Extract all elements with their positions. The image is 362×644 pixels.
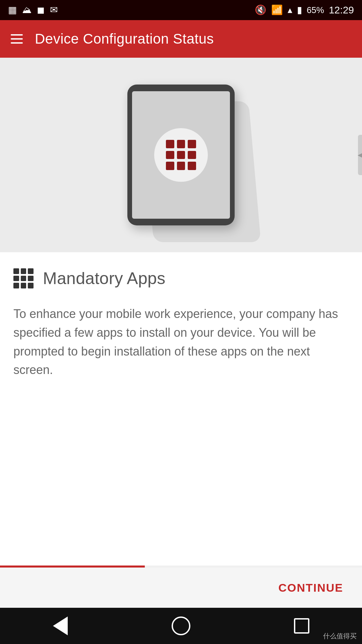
gmail-icon: ✉ <box>50 5 58 15</box>
hero-area: ◀ <box>0 58 362 252</box>
section-body-text: To enhance your mobile work experience, … <box>13 305 349 379</box>
apps-grid-icon <box>13 268 34 288</box>
back-button[interactable] <box>47 612 74 639</box>
tablet-circle <box>154 128 208 182</box>
vibrate-icon: 📶 <box>271 5 283 15</box>
bottom-bar: CONTINUE <box>0 568 362 608</box>
tablet-screen <box>132 91 230 219</box>
status-time: 12:29 <box>329 4 354 16</box>
status-bar: ▦ ⛰ ◼ ✉ 🔇 📶 ▴ ▮ 65% 12:29 <box>0 0 362 20</box>
section-header: Mandatory Apps <box>13 268 349 288</box>
back-icon <box>53 616 68 635</box>
battery-percent: 65% <box>307 5 324 15</box>
signal-icon: ▮ <box>297 5 302 15</box>
menu-button[interactable] <box>11 34 23 44</box>
page-title: Device Configuration Status <box>35 31 214 47</box>
status-right-icons: 🔇 📶 ▴ ▮ 65% 12:29 <box>255 4 354 16</box>
recents-icon <box>294 618 309 634</box>
bbm-icon: ▦ <box>8 5 17 15</box>
gallery-icon: ◼ <box>37 5 45 15</box>
continue-button[interactable]: CONTINUE <box>276 576 346 600</box>
content-area: Mandatory Apps To enhance your mobile wo… <box>0 252 362 566</box>
wifi-icon: ▴ <box>288 5 292 15</box>
watermark-text: 什么值得买 <box>323 632 357 641</box>
mountain-icon: ⛰ <box>22 5 32 15</box>
home-button[interactable] <box>168 612 194 639</box>
recents-button[interactable] <box>288 612 315 639</box>
tablet-illustration <box>127 85 235 225</box>
section-title: Mandatory Apps <box>43 269 166 288</box>
progress-fill <box>0 566 145 568</box>
tablet-apps-icon <box>166 140 196 170</box>
scrollbar-hint: ◀ <box>358 135 362 175</box>
home-icon <box>172 616 190 635</box>
progress-bar-area <box>0 566 362 568</box>
status-left-icons: ▦ ⛰ ◼ ✉ <box>8 5 58 15</box>
app-bar: Device Configuration Status <box>0 20 362 58</box>
nav-bar: 什么值得买 <box>0 608 362 644</box>
muted-icon: 🔇 <box>255 5 266 15</box>
